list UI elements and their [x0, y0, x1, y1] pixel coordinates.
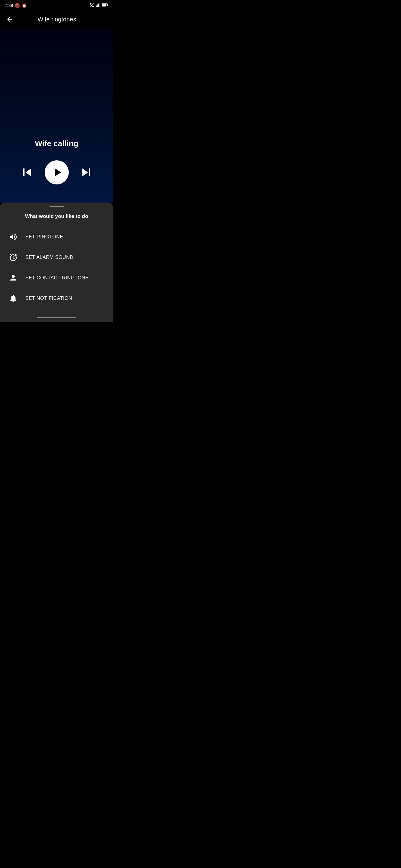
alarm-status-icon: ⏰ — [22, 3, 27, 8]
battery-icon — [102, 3, 108, 8]
svg-rect-7 — [102, 4, 107, 6]
contact-icon — [8, 273, 18, 283]
set-ringtone-label: SET RINGTONE — [25, 234, 63, 240]
time-display: 7:39 — [5, 3, 13, 8]
alarm-icon — [8, 253, 18, 262]
action-list: SET RINGTONE SET ALARM SOUND SET CONTACT… — [0, 227, 113, 309]
home-indicator-area — [0, 315, 113, 322]
set-notification-label: SET NOTIFICATION — [25, 296, 72, 301]
player-controls — [19, 160, 94, 184]
svg-rect-3 — [98, 3, 99, 7]
bottom-sheet: What would you like to do SET RINGTONE S… — [0, 203, 113, 315]
missed-call-icon: 📵 — [15, 3, 20, 8]
status-bar: 7:39 📵 ⏰ — [0, 0, 113, 11]
set-notification-item[interactable]: SET NOTIFICATION — [0, 288, 113, 309]
bell-icon — [8, 293, 18, 303]
call-icon — [90, 3, 94, 8]
sheet-subtitle: What would you like to do — [0, 213, 113, 219]
home-bar — [37, 317, 76, 318]
signal-icon — [96, 3, 101, 8]
status-time-area: 7:39 📵 ⏰ — [5, 3, 27, 8]
set-ringtone-item[interactable]: SET RINGTONE — [0, 227, 113, 247]
svg-rect-4 — [99, 3, 101, 7]
top-bar: Wife ringtones — [0, 11, 113, 28]
status-right-icons — [90, 3, 108, 8]
set-contact-item[interactable]: SET CONTACT RINGTONE — [0, 268, 113, 288]
previous-button[interactable] — [19, 164, 35, 180]
drag-handle[interactable] — [50, 206, 64, 207]
svg-rect-1 — [96, 5, 97, 7]
set-contact-label: SET CONTACT RINGTONE — [25, 275, 89, 281]
player-section: Wife calling — [0, 28, 113, 203]
svg-rect-2 — [97, 4, 98, 7]
volume-icon — [8, 232, 18, 242]
play-button[interactable] — [45, 160, 69, 184]
back-button[interactable] — [5, 14, 15, 24]
page-title: Wife ringtones — [15, 16, 99, 23]
set-alarm-item[interactable]: SET ALARM SOUND — [0, 247, 113, 268]
svg-rect-6 — [107, 4, 108, 6]
next-button[interactable] — [79, 164, 94, 180]
set-alarm-label: SET ALARM SOUND — [25, 255, 73, 260]
track-name: Wife calling — [35, 139, 78, 148]
